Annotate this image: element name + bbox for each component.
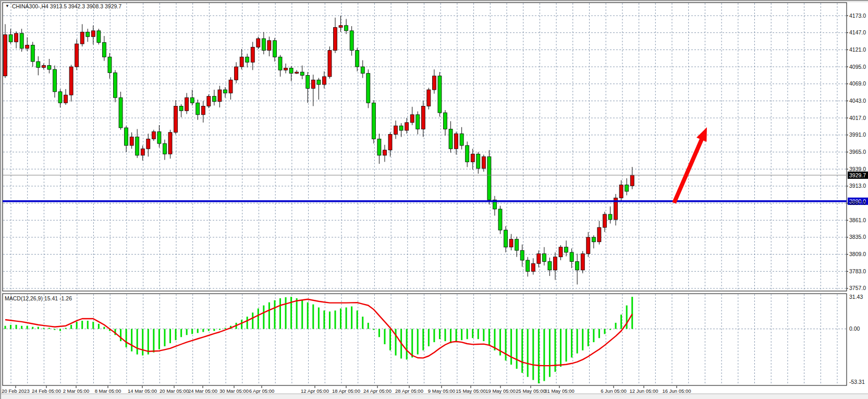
time-axis-label: 19 May 05:00	[485, 388, 516, 394]
symbol-header[interactable]: ▼ CHINA300-,H4 3913.5 3942.3 3908.3 3929…	[5, 3, 121, 9]
macd-histogram-bar	[626, 306, 628, 329]
candle-body	[75, 44, 79, 67]
candle-body	[102, 43, 106, 57]
candle-body	[141, 149, 144, 155]
macd-histogram-bar	[70, 325, 72, 329]
candle-body	[421, 106, 425, 129]
macd-histogram-bar	[131, 329, 132, 352]
macd-histogram-bar	[478, 329, 479, 340]
candle-body	[356, 51, 359, 67]
bid-price-text: 3929.7	[849, 172, 866, 178]
macd-histogram-bar	[38, 327, 39, 329]
candle-body	[427, 90, 431, 106]
macd-histogram-bar	[411, 329, 413, 358]
macd-histogram-bar	[241, 320, 242, 329]
macd-histogram-bar	[588, 329, 589, 346]
candle-body	[218, 90, 222, 102]
time-axis-label: 12 Jun 05:00	[630, 388, 658, 394]
candle-body	[317, 80, 321, 84]
macd-histogram-bar	[164, 329, 165, 346]
candle-body	[190, 98, 194, 103]
time-axis-label: 8 Mar 05:00	[95, 388, 121, 394]
macd-histogram-bar	[335, 310, 336, 329]
macd-histogram-bar	[560, 329, 561, 367]
candle-body	[603, 214, 606, 227]
price-axis-label: 3861.0	[849, 217, 866, 223]
price-axis-label: 3939.0	[849, 166, 866, 172]
candle-body	[267, 41, 271, 51]
chart-canvas[interactable]: 3890.0 3929.7 4173.04147.04121.04095.040…	[1, 1, 868, 399]
macd-histogram-bar	[252, 312, 253, 329]
price-axis-label: 3757.0	[849, 285, 866, 291]
candle-body	[405, 123, 409, 130]
macd-histogram-bar	[158, 329, 160, 349]
candle-body	[339, 26, 343, 28]
candle-body	[114, 72, 117, 98]
macd-histogram-bar	[439, 329, 441, 340]
candle-body	[504, 230, 508, 247]
macd-histogram-bar	[87, 321, 89, 329]
time-axis-label: 16 Jun 05:00	[663, 388, 691, 394]
candle-body	[565, 247, 568, 252]
candle-body	[119, 98, 123, 128]
macd-histogram-bar	[120, 329, 121, 342]
candle-body	[201, 106, 205, 114]
time-axis-label: 31 May 05:00	[544, 388, 574, 394]
candle-body	[58, 92, 62, 103]
candle-body	[432, 76, 436, 90]
macd-histogram-bar	[516, 329, 518, 369]
candle-body	[466, 146, 469, 162]
macd-histogram-bar	[527, 329, 529, 377]
macd-histogram-bar	[54, 329, 55, 330]
candle-body	[64, 95, 68, 103]
macd-histogram-bar	[351, 307, 352, 329]
candle-body	[289, 68, 293, 74]
macd-histogram-bar	[98, 324, 100, 329]
candle-body	[136, 137, 139, 155]
macd-histogram-bar	[329, 311, 331, 329]
macd-histogram-bar	[197, 329, 199, 333]
macd-histogram-bar	[274, 300, 275, 329]
candle-body	[130, 137, 133, 146]
candle-body	[108, 57, 112, 72]
macd-histogram-bar	[323, 310, 325, 329]
macd-histogram-bar	[65, 328, 67, 329]
time-axis-label: 24 Feb 05:00	[32, 388, 61, 394]
macd-histogram-bar	[180, 329, 182, 337]
symbol-ohlc-text: CHINA300-,H4 3913.5 3942.3 3908.3 3929.7	[12, 3, 121, 9]
macd-histogram-bar	[620, 315, 622, 329]
macd-histogram-bar	[16, 325, 17, 329]
macd-axis-label: 31.43	[849, 294, 863, 300]
price-axis-label: 3835.0	[849, 234, 866, 240]
macd-histogram-bar	[615, 323, 617, 329]
macd-histogram-bar	[549, 329, 551, 377]
candle-body	[366, 74, 370, 103]
candle-body	[581, 253, 584, 270]
macd-histogram-bar	[566, 329, 567, 362]
time-axis-label: 25 May 05:00	[516, 388, 546, 394]
candle-body	[47, 66, 51, 70]
macd-histogram-bar	[307, 303, 309, 329]
macd-histogram-bar	[543, 329, 545, 381]
candle-body	[196, 103, 200, 115]
candle-body	[388, 135, 392, 150]
macd-histogram-bar	[186, 329, 188, 335]
candle-body	[322, 77, 326, 84]
candle-body	[361, 67, 364, 74]
trading-chart-window: 3890.0 3929.7 4173.04147.04121.04095.040…	[0, 0, 868, 399]
candle-body	[444, 113, 447, 129]
time-axis-label: 20 Mar 05:00	[160, 388, 189, 394]
macd-histogram-bar	[532, 329, 534, 380]
macd-histogram-bar	[510, 329, 512, 365]
candle-body	[619, 185, 623, 198]
time-axis-label: 6 Apr 05:00	[249, 388, 275, 394]
candle-body	[235, 67, 238, 80]
macd-histogram-bar	[395, 329, 397, 356]
time-axis-label: 30 Mar 05:00	[219, 388, 249, 394]
macd-histogram-bar	[417, 329, 419, 355]
macd-histogram-bar	[593, 329, 594, 342]
chevron-down-icon[interactable]: ▼	[5, 4, 9, 8]
time-axis-label: 6 Jun 05:00	[601, 388, 627, 394]
macd-histogram-bar	[175, 329, 177, 341]
candle-body	[586, 237, 590, 253]
